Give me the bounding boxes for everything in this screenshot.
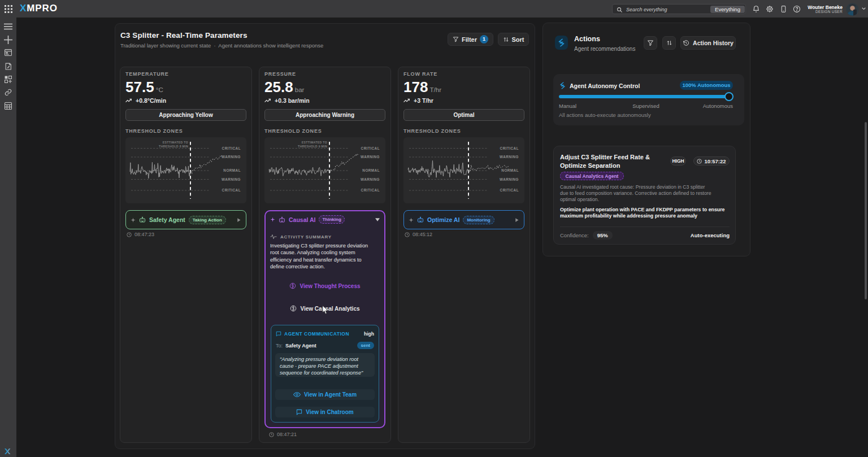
svg-text:WARNING: WARNING — [222, 155, 241, 159]
svg-text:WARNING: WARNING — [500, 155, 519, 159]
svg-text:CRITICAL: CRITICAL — [361, 146, 380, 150]
svg-text:ESTTIMATED TO: ESTTIMATED TO — [302, 141, 327, 144]
svg-text:THRESHOLD 8 MIN: THRESHOLD 8 MIN — [159, 145, 188, 148]
svg-text:NORMAL: NORMAL — [501, 168, 519, 172]
svg-text:THRESHOLD 9 MIN: THRESHOLD 9 MIN — [298, 145, 327, 148]
svg-text:CRITICAL: CRITICAL — [361, 188, 380, 192]
svg-text:NORMAL: NORMAL — [223, 168, 241, 172]
svg-text:WARNING: WARNING — [361, 155, 380, 159]
svg-text:CRITICAL: CRITICAL — [222, 188, 241, 192]
svg-text:CRITICAL: CRITICAL — [222, 146, 241, 150]
svg-text:ESTTIMATED TO: ESTTIMATED TO — [163, 141, 188, 144]
svg-text:WARNING: WARNING — [222, 177, 241, 181]
svg-text:CRITICAL: CRITICAL — [500, 188, 519, 192]
svg-text:NORMAL: NORMAL — [362, 168, 380, 172]
svg-text:CRITICAL: CRITICAL — [500, 146, 519, 150]
svg-text:WARNING: WARNING — [361, 177, 380, 181]
svg-text:WARNING: WARNING — [500, 177, 519, 181]
